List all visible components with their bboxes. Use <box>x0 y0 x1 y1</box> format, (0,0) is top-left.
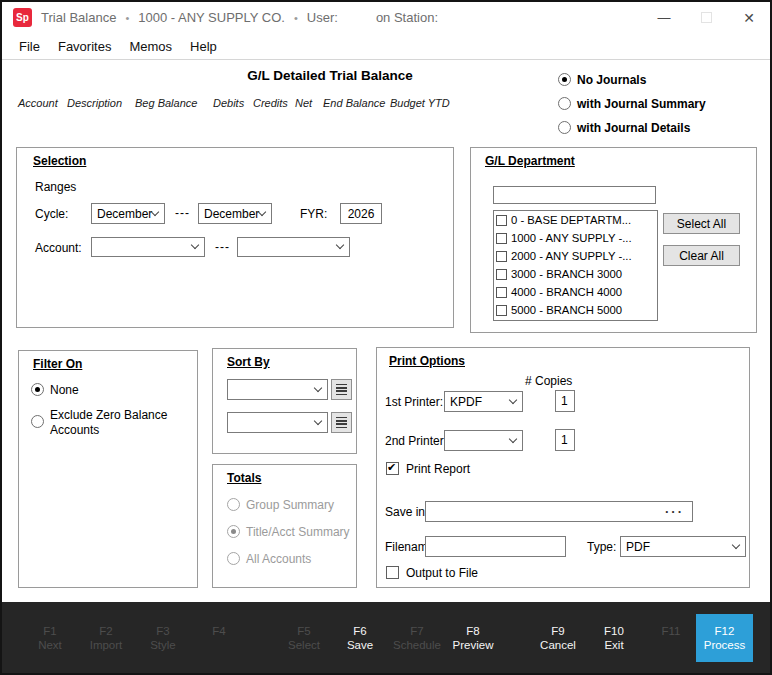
save-in-label: Save in: <box>385 505 428 519</box>
sort-secondary-select[interactable] <box>227 412 328 433</box>
second-printer-label: 2nd Printer: <box>385 434 447 448</box>
company-name: 1000 - ANY SUPPLY CO. <box>138 10 285 25</box>
bullet-separator: • <box>125 12 129 24</box>
output-to-file-checkbox[interactable] <box>386 566 399 579</box>
fkey-key: F10 <box>582 624 646 638</box>
menu-file[interactable]: File <box>19 39 40 54</box>
department-list-item[interactable]: 0 - BASE DEPTARTM... <box>494 211 657 229</box>
fkey-key: F2 <box>74 624 138 638</box>
checkbox-icon[interactable] <box>496 233 507 244</box>
cycle-to-value: December <box>204 207 259 221</box>
clear-all-button[interactable]: Clear All <box>663 245 740 266</box>
type-select[interactable]: PDF <box>620 536 746 557</box>
function-key-bar: F1Next F2Import F3Style F4 F5Select F6Sa… <box>2 602 770 673</box>
fkey-f7: F7Schedule <box>385 624 449 652</box>
cycle-range-separator: --- <box>175 206 190 220</box>
fkey-f9-cancel[interactable]: F9Cancel <box>526 624 590 652</box>
checkbox-icon[interactable] <box>496 251 507 262</box>
fyr-field[interactable]: 2026 <box>340 203 382 224</box>
second-printer-select[interactable] <box>444 430 523 451</box>
radio-journal-summary[interactable] <box>558 97 571 110</box>
selection-title: Selection <box>33 154 86 168</box>
selection-group: Selection Ranges Cycle: December --- Dec… <box>16 147 454 328</box>
app-title: Trial Balance <box>41 10 116 25</box>
checkbox-icon[interactable] <box>496 305 507 316</box>
department-list-item[interactable]: 2000 - ANY SUPPLY -... <box>494 247 657 265</box>
type-label: Type: <box>587 540 616 554</box>
fkey-key: F3 <box>131 624 195 638</box>
filename-field[interactable] <box>425 536 566 557</box>
column-beg-balance: Beg Balance <box>135 97 197 109</box>
account-label: Account: <box>35 241 82 255</box>
sort-secondary-list-button[interactable] <box>331 412 352 433</box>
fkey-label: Save <box>347 639 373 651</box>
radio-journal-summary-label: with Journal Summary <box>577 97 706 111</box>
fkey-key: F4 <box>187 624 251 638</box>
fkey-key: F5 <box>272 624 336 638</box>
totals-group: Totals Group Summary Title/Acct Summary … <box>212 464 357 588</box>
print-report-checkbox[interactable] <box>386 462 399 475</box>
radio-journal-details[interactable] <box>558 121 571 134</box>
sort-primary-list-button[interactable] <box>331 379 352 400</box>
column-net: Net <box>295 97 312 109</box>
save-in-field[interactable]: ··· <box>425 501 693 522</box>
menu-favorites[interactable]: Favorites <box>58 39 111 54</box>
fkey-key: F9 <box>526 624 590 638</box>
account-from-select[interactable] <box>91 237 205 257</box>
browse-button[interactable]: ··· <box>665 502 684 521</box>
second-copies-field[interactable]: 1 <box>555 429 575 451</box>
fkey-f12-process-button[interactable]: F12Process <box>696 614 753 662</box>
menu-memos[interactable]: Memos <box>129 39 172 54</box>
chevron-down-icon <box>509 395 517 403</box>
radio-filter-none[interactable] <box>31 383 44 396</box>
select-all-button[interactable]: Select All <box>663 213 740 234</box>
fkey-key: F6 <box>328 624 392 638</box>
column-budget-ytd: Budget YTD <box>390 97 450 109</box>
title-bar: Sp Trial Balance • 1000 - ANY SUPPLY CO.… <box>2 2 770 33</box>
department-list-item[interactable]: 5000 - BRANCH 5000 <box>494 301 657 319</box>
account-to-select[interactable] <box>237 237 350 257</box>
sort-by-title: Sort By <box>227 355 270 369</box>
radio-no-journals[interactable] <box>558 73 571 86</box>
fkey-f8-preview[interactable]: F8Preview <box>441 624 505 652</box>
fkey-label: Import <box>90 639 123 651</box>
fkey-label: Select <box>288 639 320 651</box>
column-description: Description <box>67 97 122 109</box>
sort-primary-select[interactable] <box>227 379 328 400</box>
filter-on-group: Filter On None Exclude Zero Balance Acco… <box>18 350 198 588</box>
radio-filter-exclude-zero[interactable] <box>31 415 44 428</box>
fkey-f10-exit[interactable]: F10Exit <box>582 624 646 652</box>
minimize-icon[interactable]: — <box>657 10 671 25</box>
radio-title-acct-summary-label: Title/Acct Summary <box>246 525 350 539</box>
checkbox-icon[interactable] <box>496 287 507 298</box>
window-title: Trial Balance • 1000 - ANY SUPPLY CO. • … <box>41 10 438 25</box>
window-controls: — ✕ <box>657 2 756 33</box>
checkbox-icon[interactable] <box>496 269 507 280</box>
radio-group-summary <box>227 498 240 511</box>
print-report-label: Print Report <box>406 462 470 476</box>
department-list-item[interactable]: 1000 - ANY SUPPLY -... <box>494 229 657 247</box>
first-printer-select[interactable]: KPDF <box>444 391 523 412</box>
department-list-item[interactable]: 4000 - BRANCH 4000 <box>494 283 657 301</box>
radio-all-accounts-label: All Accounts <box>246 552 311 566</box>
radio-filter-none-label: None <box>50 383 79 397</box>
maximize-icon[interactable] <box>701 12 712 23</box>
cycle-to-select[interactable]: December <box>198 203 272 224</box>
checkbox-icon[interactable] <box>496 215 507 226</box>
fkey-label: Next <box>38 639 62 651</box>
totals-title: Totals <box>227 471 261 485</box>
gl-department-title: G/L Department <box>485 154 575 168</box>
first-printer-label: 1st Printer: <box>385 395 443 409</box>
department-list-item[interactable]: 3000 - BRANCH 3000 <box>494 265 657 283</box>
fkey-f6-save[interactable]: F6Save <box>328 624 392 652</box>
column-account: Account <box>18 97 58 109</box>
menu-bar: File Favorites Memos Help <box>2 33 770 60</box>
department-item-label: 4000 - BRANCH 4000 <box>511 286 622 298</box>
first-copies-field[interactable]: 1 <box>555 390 575 412</box>
fyr-label: FYR: <box>300 207 327 221</box>
cycle-from-select[interactable]: December <box>91 203 165 224</box>
radio-filter-exclude-zero-label: Exclude Zero Balance Accounts <box>50 408 190 438</box>
close-icon[interactable]: ✕ <box>742 10 756 26</box>
menu-help[interactable]: Help <box>190 39 217 54</box>
department-search-input[interactable] <box>493 186 656 204</box>
